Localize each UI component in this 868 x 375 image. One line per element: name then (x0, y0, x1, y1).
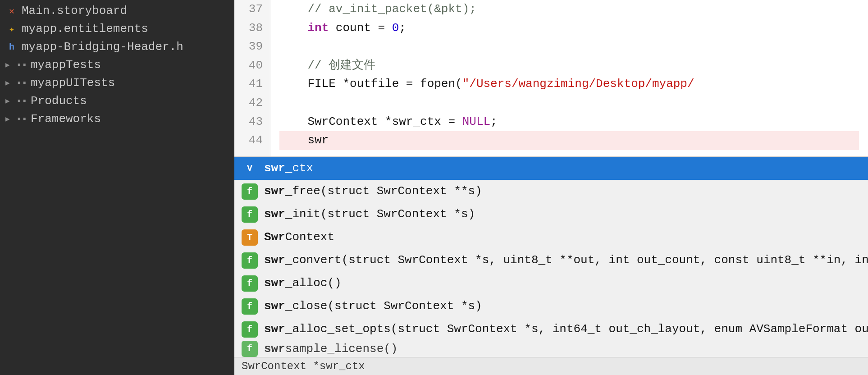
code-line-43: SwrContext *swr_ctx = NULL; (279, 113, 859, 132)
line-num-41: 41 (242, 75, 263, 94)
ac-text-swr-ctx: swr_ctx (264, 160, 313, 177)
folder-icon-products: ▪▪ (15, 95, 28, 107)
line-num-38: 38 (242, 19, 263, 38)
code-line-41: FILE *outfile = fopen("/Users/wangziming… (279, 75, 859, 94)
code-line-39 (279, 37, 859, 56)
autocomplete-item-swr-alloc-set-opts[interactable]: f swr_alloc_set_opts(struct SwrContext *… (234, 318, 868, 341)
sidebar-item-bridging-header[interactable]: h myapp-Bridging-Header.h (0, 38, 234, 56)
line-num-39: 39 (242, 37, 263, 56)
sidebar-item-frameworks[interactable]: ▶ ▪▪ Frameworks (0, 110, 234, 128)
code-line-44: swr (279, 131, 859, 150)
code-line-37: // av_init_packet(&pkt); (279, 0, 859, 19)
entitlements-icon: ✦ (5, 23, 18, 35)
autocomplete-item-swr-init[interactable]: f swr_init(struct SwrContext *s) (234, 203, 868, 226)
disclosure-arrow-myapptests: ▶ (5, 60, 13, 69)
header-icon: h (5, 41, 18, 53)
sidebar-item-main-storyboard[interactable]: ✕ Main.storyboard (0, 2, 234, 20)
sidebar-item-entitlements[interactable]: ✦ myapp.entitlements (0, 20, 234, 38)
disclosure-arrow-myappuitests: ▶ (5, 78, 13, 87)
sidebar-label-products: Products (31, 94, 87, 108)
ac-text-swr-alloc-set-opts: swr_alloc_set_opts(struct SwrContext *s,… (264, 320, 868, 338)
code-line-40: // 创建文件 (279, 56, 859, 75)
badge-f-swr-alloc: f (242, 275, 258, 292)
ac-text-swr-init: swr_init(struct SwrContext *s) (264, 206, 475, 223)
sidebar-label-frameworks: Frameworks (31, 112, 101, 126)
line-num-42: 42 (242, 94, 263, 113)
autocomplete-footer-text: SwrContext *swr_ctx (242, 360, 365, 372)
badge-t-swrcontext: T (242, 229, 258, 246)
badge-f-swr-alloc-set-opts: f (242, 321, 258, 338)
autocomplete-item-swr-sample-license[interactable]: f swrsample_license() (234, 341, 868, 357)
autocomplete-item-swr-alloc[interactable]: f swr_alloc() (234, 272, 868, 295)
sidebar-label-myappuitests: myappUITests (31, 76, 115, 90)
folder-icon-myappuitests: ▪▪ (15, 77, 28, 89)
disclosure-arrow-frameworks: ▶ (5, 114, 13, 123)
line-num-43: 43 (242, 113, 263, 132)
sidebar-label-myapptests: myappTests (31, 58, 101, 72)
line-num-44: 44 (242, 131, 263, 150)
ac-text-swr-close: swr_close(struct SwrContext *s) (264, 297, 482, 315)
ac-text-swr-sample-license: swrsample_license() (264, 341, 397, 357)
ac-text-swrcontext: SwrContext (264, 229, 334, 246)
sidebar-label-entitlements: myapp.entitlements (22, 22, 148, 36)
code-line-42 (279, 94, 859, 113)
ac-text-swr-convert: swr_convert(struct SwrContext *s, uint8_… (264, 252, 868, 269)
line-num-37: 37 (242, 0, 263, 19)
badge-f-swr-init: f (242, 206, 258, 223)
sidebar-item-products[interactable]: ▶ ▪▪ Products (0, 92, 234, 110)
autocomplete-footer: SwrContext *swr_ctx (234, 357, 868, 375)
autocomplete-item-swrcontext[interactable]: T SwrContext (234, 226, 868, 249)
disclosure-arrow-products: ▶ (5, 96, 13, 105)
badge-f-swr-free: f (242, 183, 258, 200)
folder-icon-myapptests: ▪▪ (15, 59, 28, 71)
sidebar-item-myapptests[interactable]: ▶ ▪▪ myappTests (0, 56, 234, 74)
code-editor[interactable]: 37 38 39 40 41 42 43 44 // av_init_packe… (234, 0, 868, 375)
autocomplete-item-swr-ctx[interactable]: V swr_ctx (234, 157, 868, 180)
badge-f-swr-close: f (242, 298, 258, 315)
sidebar: ✕ Main.storyboard ✦ myapp.entitlements h… (0, 0, 234, 375)
line-num-40: 40 (242, 56, 263, 75)
badge-f-swr-sample-license: f (242, 341, 258, 357)
badge-f-swr-convert: f (242, 252, 258, 269)
sidebar-label-main-storyboard: Main.storyboard (22, 4, 127, 18)
code-line-38: int count = 0; (279, 19, 859, 38)
autocomplete-item-swr-free[interactable]: f swr_free(struct SwrContext **s) (234, 180, 868, 203)
folder-icon-frameworks: ▪▪ (15, 113, 28, 125)
autocomplete-item-swr-close[interactable]: f swr_close(struct SwrContext *s) (234, 295, 868, 318)
badge-v-swr-ctx: V (242, 160, 258, 177)
autocomplete-item-swr-convert[interactable]: f swr_convert(struct SwrContext *s, uint… (234, 249, 868, 272)
storyboard-icon: ✕ (5, 5, 18, 17)
ac-text-swr-alloc: swr_alloc() (264, 274, 342, 292)
ac-text-swr-free: swr_free(struct SwrContext **s) (264, 183, 482, 200)
sidebar-item-myappuitests[interactable]: ▶ ▪▪ myappUITests (0, 74, 234, 92)
autocomplete-dropdown: V swr_ctx f swr_free(struct SwrContext *… (234, 156, 868, 375)
main-container: ✕ Main.storyboard ✦ myapp.entitlements h… (0, 0, 868, 375)
sidebar-label-bridging-header: myapp-Bridging-Header.h (22, 40, 183, 54)
